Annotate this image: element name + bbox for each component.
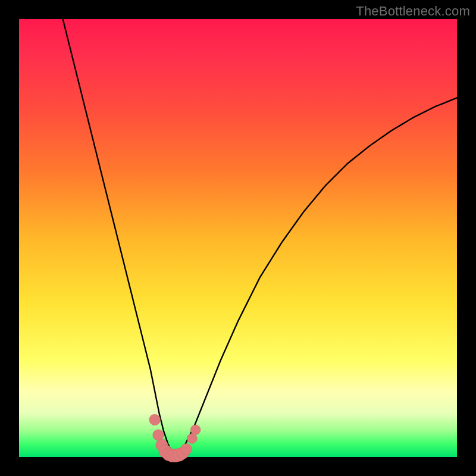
chart-frame: TheBottleneck.com bbox=[0, 0, 476, 476]
highlight-marker bbox=[181, 443, 192, 455]
watermark-text: TheBottleneck.com bbox=[356, 4, 470, 19]
highlight-markers bbox=[149, 414, 201, 462]
bottleneck-curve bbox=[63, 19, 457, 456]
highlight-marker bbox=[190, 425, 201, 435]
curve-layer bbox=[19, 19, 457, 457]
highlight-marker bbox=[153, 430, 164, 441]
highlight-marker bbox=[149, 414, 161, 425]
highlight-marker bbox=[187, 434, 197, 444]
